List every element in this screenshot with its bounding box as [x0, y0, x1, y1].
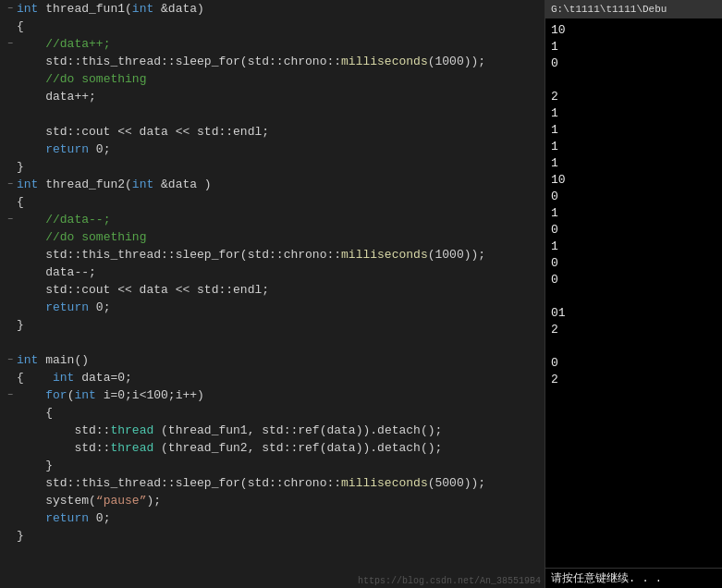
- terminal-footer: 请按任意键继续. . .: [545, 568, 722, 588]
- code-line: − //data++;: [4, 35, 545, 53]
- code-line: − for(int i=0;i<100;i++): [4, 386, 545, 404]
- code-line: −int thread_fun2(int &data ): [4, 176, 545, 193]
- code-line: return 0;: [4, 299, 545, 316]
- code-text: std::thread (thread_fun1, std::ref(data)…: [17, 422, 545, 439]
- code-line: data--;: [4, 263, 545, 281]
- code-text: std::cout << data << std::endl;: [17, 123, 545, 141]
- code-text: { int data=0;: [17, 369, 545, 386]
- terminal-output: 10 1 0 2 1 1 1 1 10 0 1 0 1 0 0 01 2 0 2: [545, 18, 722, 568]
- code-line: }: [4, 158, 545, 176]
- code-line: [4, 105, 545, 123]
- code-text: }: [17, 316, 545, 334]
- fold-icon[interactable]: −: [4, 176, 17, 193]
- code-text: std::this_thread::sleep_for(std::chrono:…: [17, 246, 545, 263]
- code-text: {: [17, 18, 545, 35]
- code-text: return 0;: [17, 509, 545, 527]
- code-line: −int thread_fun1(int &data): [4, 0, 545, 18]
- code-text: {: [17, 404, 545, 422]
- code-line: data++;: [4, 88, 545, 105]
- code-line: std::this_thread::sleep_for(std::chrono:…: [4, 246, 545, 263]
- code-text: int thread_fun1(int &data): [17, 0, 545, 18]
- code-line: //do something: [4, 70, 545, 88]
- code-text: std::thread (thread_fun2, std::ref(data)…: [17, 439, 545, 457]
- code-line: std::cout << data << std::endl;: [4, 281, 545, 299]
- code-text: return 0;: [17, 299, 545, 316]
- fold-icon[interactable]: −: [4, 386, 17, 404]
- code-text: system(“pause”);: [17, 492, 545, 509]
- code-text: //do something: [17, 228, 545, 246]
- code-line: }: [4, 527, 545, 545]
- code-text: //data++;: [17, 35, 545, 53]
- code-line: }: [4, 316, 545, 334]
- terminal-titlebar: G:\t1111\t1111\Debu: [545, 0, 722, 18]
- code-line: {: [4, 193, 545, 211]
- code-text: data++;: [17, 88, 545, 105]
- code-text: //data--;: [17, 211, 545, 228]
- code-text: std::this_thread::sleep_for(std::chrono:…: [17, 53, 545, 70]
- code-area: −int thread_fun1(int &data){− //data++; …: [0, 0, 545, 588]
- code-text: //do something: [17, 70, 545, 88]
- code-text: }: [17, 158, 545, 176]
- code-text: for(int i=0;i<100;i++): [17, 386, 545, 404]
- code-editor: −int thread_fun1(int &data){− //data++; …: [0, 0, 545, 588]
- code-line: − //data--;: [4, 211, 545, 228]
- code-line: return 0;: [4, 509, 545, 527]
- code-line: }: [4, 457, 545, 474]
- code-text: return 0;: [17, 141, 545, 158]
- code-text: }: [17, 457, 545, 474]
- fold-icon[interactable]: −: [4, 35, 17, 53]
- code-line: std::this_thread::sleep_for(std::chrono:…: [4, 474, 545, 492]
- code-line: std::thread (thread_fun1, std::ref(data)…: [4, 422, 545, 439]
- code-text: int main(): [17, 351, 545, 369]
- code-lines: −int thread_fun1(int &data){− //data++; …: [0, 0, 545, 588]
- terminal-panel: G:\t1111\t1111\Debu 10 1 0 2 1 1 1 1 10 …: [545, 0, 722, 588]
- fold-icon[interactable]: −: [4, 351, 17, 369]
- code-line: std::cout << data << std::endl;: [4, 123, 545, 141]
- code-line: std::this_thread::sleep_for(std::chrono:…: [4, 53, 545, 70]
- code-line: return 0;: [4, 141, 545, 158]
- code-line: {: [4, 18, 545, 35]
- code-line: std::thread (thread_fun2, std::ref(data)…: [4, 439, 545, 457]
- code-text: }: [17, 527, 545, 545]
- code-line: −int main(): [4, 351, 545, 369]
- code-line: {: [4, 404, 545, 422]
- code-line: [4, 334, 545, 351]
- code-text: std::cout << data << std::endl;: [17, 281, 545, 299]
- code-text: {: [17, 193, 545, 211]
- code-line: //do something: [4, 228, 545, 246]
- code-text: std::this_thread::sleep_for(std::chrono:…: [17, 474, 545, 492]
- code-text: data--;: [17, 263, 545, 281]
- fold-icon[interactable]: −: [4, 211, 17, 228]
- fold-icon[interactable]: −: [4, 0, 17, 18]
- code-text: int thread_fun2(int &data ): [17, 176, 545, 193]
- code-line: system(“pause”);: [4, 492, 545, 509]
- code-line: { int data=0;: [4, 369, 545, 386]
